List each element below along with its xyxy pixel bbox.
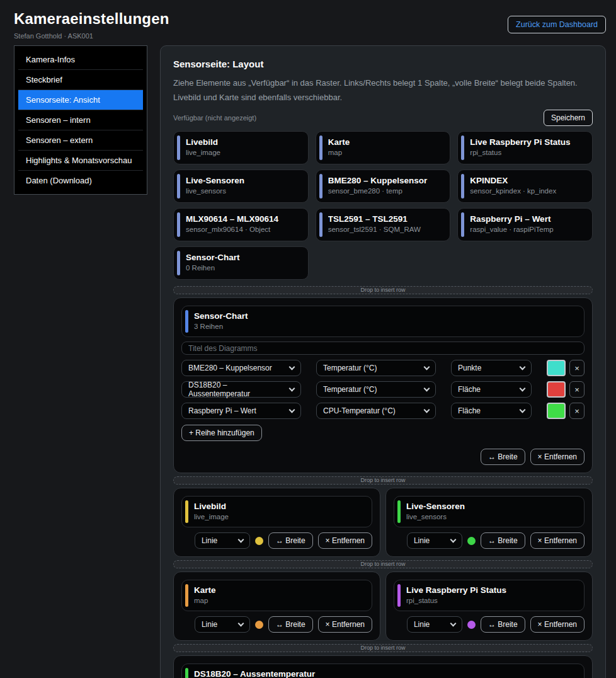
- available-card-karte[interactable]: Karte map: [316, 131, 451, 164]
- tile-color-dot[interactable]: [255, 537, 263, 545]
- series-metric-select[interactable]: Temperatur (°C): [316, 381, 436, 398]
- ds18b20-card[interactable]: DS18B20 – Aussentemperatur sensor_ds18b2…: [181, 664, 585, 678]
- chevron-down-icon: [237, 536, 244, 543]
- card-title: Sensor-Chart: [194, 311, 576, 321]
- save-button[interactable]: Speichern: [544, 110, 593, 126]
- series-sensor-select[interactable]: DS18B20 – Aussentemperatur: [181, 381, 301, 398]
- chart-series-row-2: DS18B20 – Aussentemperatur Temperatur (°…: [181, 381, 585, 398]
- available-card-live-sensoren[interactable]: Live-Sensoren live_sensors: [173, 170, 309, 203]
- chevron-down-icon: [424, 406, 430, 413]
- tile-color-dot[interactable]: [255, 621, 263, 629]
- remove-tile-button[interactable]: × Entfernen: [530, 532, 585, 549]
- sidebar-item-daten-download[interactable]: Daten (Download): [18, 171, 143, 190]
- card-subtitle: live_sensors: [186, 187, 300, 195]
- width-toggle-button[interactable]: ↔ Breite: [268, 532, 313, 549]
- available-card-livebild[interactable]: Livebild live_image: [173, 131, 309, 164]
- width-toggle-button[interactable]: ↔ Breite: [268, 616, 313, 633]
- drop-zone[interactable]: Drop to insert row: [173, 476, 593, 485]
- back-to-dashboard-button[interactable]: Zurück zum Dashboard: [508, 16, 606, 33]
- available-card-tsl2591[interactable]: TSL2591 – TSL2591 sensor_tsl2591 · SQM_R…: [316, 208, 451, 241]
- available-card-bme280[interactable]: BME280 – Kuppelsensor sensor_bme280 · te…: [316, 170, 451, 203]
- series-metric-select[interactable]: Temperatur (°C): [316, 360, 436, 376]
- chevron-down-icon: [450, 620, 456, 626]
- display-style-select[interactable]: Linie: [407, 616, 462, 633]
- remove-tile-button[interactable]: × Entfernen: [318, 532, 372, 549]
- drop-zone[interactable]: Drop to insert row: [173, 644, 593, 652]
- panel-description: Ziehe Elemente aus „Verfügbar“ in das Ra…: [173, 76, 593, 105]
- display-style-select[interactable]: Linie: [407, 532, 462, 549]
- available-card-raspi-wert[interactable]: Raspberry Pi – Wert raspi_value · raspiP…: [457, 208, 593, 241]
- display-style-select[interactable]: Linie: [195, 616, 250, 633]
- card-accent-bar: [397, 500, 401, 523]
- sidebar-item-highlights[interactable]: Highlights & Monatsvorschau: [18, 151, 143, 171]
- card-accent-bar: [185, 310, 188, 333]
- available-card-sensor-chart[interactable]: Sensor-Chart 0 Reihen: [173, 246, 309, 280]
- live-sensoren-card[interactable]: Live-Sensoren live_sensors: [394, 496, 585, 527]
- sidebar-item-steckbrief[interactable]: Steckbrief: [18, 70, 143, 90]
- select-value: Raspberry Pi – Wert: [188, 406, 256, 415]
- drop-zone[interactable]: Drop to insert row: [173, 286, 593, 294]
- available-card-mlx90614[interactable]: MLX90614 – MLX90614 sensor_mlx90614 · Ob…: [173, 208, 309, 241]
- card-title: Livebild: [186, 137, 300, 147]
- card-accent-bar: [185, 500, 188, 523]
- card-accent-bar: [177, 212, 180, 237]
- series-color-picker[interactable]: [547, 360, 566, 376]
- select-value: BME280 – Kuppelsensor: [188, 364, 272, 372]
- available-card-rpi-status[interactable]: Live Raspberry Pi Status rpi_status: [457, 131, 593, 164]
- chevron-down-icon: [289, 385, 295, 391]
- sensor-chart-card[interactable]: Sensor-Chart 3 Reihen: [181, 306, 585, 337]
- select-value: Punkte: [458, 364, 481, 372]
- width-toggle-button[interactable]: ↔ Breite: [481, 532, 525, 549]
- remove-tile-button[interactable]: × Entfernen: [318, 616, 372, 633]
- tile-color-dot[interactable]: [467, 537, 476, 545]
- card-subtitle: 0 Reihen: [186, 264, 300, 272]
- card-title: TSL2591 – TSL2591: [328, 214, 443, 224]
- chevron-down-icon: [424, 385, 430, 391]
- series-color-picker[interactable]: [547, 381, 566, 398]
- sidebar-item-sensoren-intern[interactable]: Sensoren – intern: [18, 110, 143, 130]
- remove-tile-button[interactable]: × Entfernen: [530, 616, 585, 633]
- width-toggle-button[interactable]: ↔ Breite: [481, 449, 525, 465]
- panel-description-line1: Ziehe Elemente aus „Verfügbar“ in das Ra…: [173, 76, 593, 90]
- chart-title-input[interactable]: [181, 342, 585, 355]
- sidebar-item-sensoren-extern[interactable]: Sensoren – extern: [18, 130, 143, 151]
- livebild-card[interactable]: Livebild live_image: [181, 496, 372, 527]
- width-toggle-button[interactable]: ↔ Breite: [481, 616, 525, 633]
- rpi-status-card[interactable]: Live Raspberry Pi Status rpi_status: [394, 580, 585, 611]
- sidebar-item-kamera-infos[interactable]: Kamera-Infos: [18, 50, 143, 70]
- select-value: CPU-Temperatur (°C): [323, 406, 396, 415]
- available-label: Verfügbar (nicht angezeigt): [173, 114, 256, 122]
- series-sensor-select[interactable]: Raspberry Pi – Wert: [181, 403, 301, 419]
- sidebar-item-sensorseite-ansicht[interactable]: Sensorseite: Ansicht: [18, 90, 143, 110]
- series-style-select[interactable]: Punkte: [451, 360, 532, 376]
- page-subtitle: Stefan Gotthold · ASK001: [14, 32, 169, 40]
- panel-title: Sensorseite: Layout: [173, 59, 593, 69]
- available-card-kpindex[interactable]: KPINDEX sensor_kpindex · kp_index: [457, 170, 593, 203]
- card-subtitle: 3 Reihen: [194, 323, 576, 330]
- card-title: Live-Sensoren: [406, 502, 576, 511]
- chevron-down-icon: [424, 364, 430, 370]
- series-style-select[interactable]: Fläche: [451, 381, 532, 398]
- chevron-down-icon: [289, 406, 295, 413]
- card-title: Live Raspberry Pi Status: [406, 585, 576, 595]
- series-sensor-select[interactable]: BME280 – Kuppelsensor: [181, 360, 301, 376]
- series-metric-select[interactable]: CPU-Temperatur (°C): [316, 403, 436, 419]
- layout-grid: Drop to insert row Sensor-Chart 3 Reihen…: [173, 286, 593, 678]
- series-color-picker[interactable]: [547, 403, 566, 419]
- drop-zone[interactable]: Drop to insert row: [173, 560, 593, 568]
- remove-series-button[interactable]: ×: [569, 403, 585, 419]
- card-subtitle: raspi_value · raspiPiTemp: [470, 226, 585, 233]
- card-subtitle: live_image: [186, 149, 300, 156]
- card-title: Karte: [328, 137, 443, 147]
- tile-color-dot[interactable]: [467, 621, 476, 629]
- display-style-select[interactable]: Linie: [195, 532, 250, 549]
- chart-series-row-1: BME280 – Kuppelsensor Temperatur (°C) Pu…: [181, 360, 585, 376]
- add-series-button[interactable]: + Reihe hinzufügen: [181, 425, 262, 441]
- karte-card[interactable]: Karte map: [181, 580, 372, 611]
- page-title: Kameraeinstellungen: [14, 10, 169, 28]
- select-value: Temperatur (°C): [323, 385, 377, 394]
- remove-series-button[interactable]: ×: [569, 381, 585, 398]
- remove-series-button[interactable]: ×: [569, 360, 585, 376]
- remove-row-button[interactable]: × Entfernen: [530, 449, 585, 465]
- series-style-select[interactable]: Fläche: [451, 403, 532, 419]
